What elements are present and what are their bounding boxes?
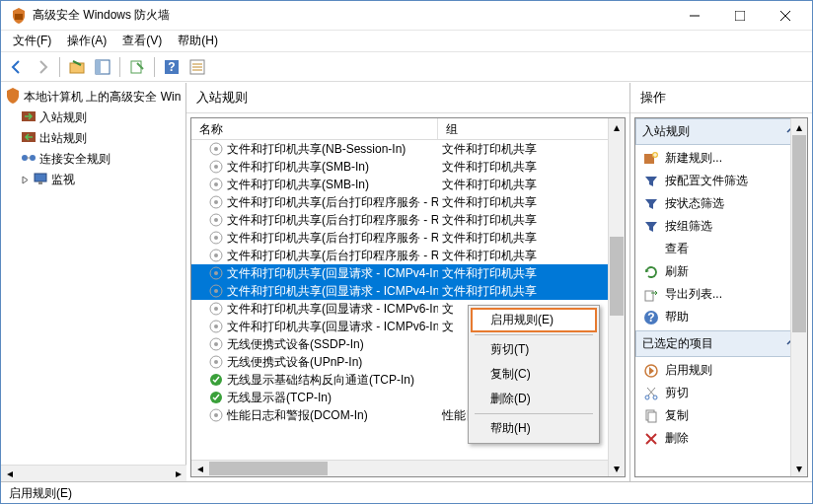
center-hscroll[interactable]: ◂▸ — [191, 460, 625, 476]
scroll-left-icon[interactable]: ◂ — [1, 466, 18, 481]
rule-status-icon — [209, 249, 223, 262]
filter-icon — [643, 174, 659, 189]
tree-hscroll[interactable]: ◂▸ — [1, 465, 186, 481]
ctx-help[interactable]: 帮助(H) — [471, 416, 597, 441]
action-item[interactable]: 复制▸ — [639, 404, 803, 427]
tree-inbound[interactable]: 入站规则 — [3, 108, 184, 128]
rule-status-icon — [209, 195, 223, 209]
svg-rect-8 — [131, 61, 141, 73]
rule-name: 无线便携式设备(SSDP-In) — [227, 336, 364, 353]
svg-point-41 — [214, 307, 218, 311]
rule-name: 无线便携式设备(UPnP-In) — [227, 354, 362, 371]
menu-file[interactable]: 文件(F) — [5, 31, 59, 51]
rule-name: 文件和打印机共享(后台打印程序服务 - R... — [227, 230, 438, 247]
actions-section-selected[interactable]: 已选定的项目 — [635, 330, 807, 357]
action-item[interactable]: 删除▸ — [639, 427, 803, 450]
minimize-button[interactable] — [672, 1, 717, 30]
tool-export[interactable] — [125, 55, 149, 79]
action-label: 刷新 — [665, 263, 689, 280]
help-icon: ? — [643, 310, 659, 325]
action-label: 复制 — [665, 407, 689, 424]
scroll-left-icon[interactable]: ◂ — [191, 461, 208, 476]
rule-status-icon — [209, 391, 223, 404]
back-button[interactable] — [5, 55, 29, 79]
tree-connsec[interactable]: 连接安全规则 — [3, 149, 184, 170]
action-item[interactable]: 启用规则▸ — [639, 359, 803, 382]
svg-point-47 — [214, 360, 218, 364]
action-item[interactable]: 查看▸ — [639, 238, 803, 260]
tool-folder[interactable] — [65, 55, 89, 79]
none-icon — [643, 242, 659, 257]
tree-outbound[interactable]: 出站规则 — [3, 128, 184, 149]
action-item[interactable]: 导出列表...▸ — [639, 283, 803, 306]
vscroll[interactable]: ▴ ▾ — [608, 118, 625, 476]
actions-vscroll[interactable]: ▴▾ — [790, 118, 807, 476]
rule-name: 文件和打印机共享(后台打印程序服务 - R... — [227, 248, 438, 264]
rule-row[interactable]: 文件和打印机共享(SMB-In)文件和打印机共享 — [191, 176, 625, 193]
rule-group: 文件和打印机共享 — [438, 141, 625, 158]
ctx-copy[interactable]: 复制(C) — [471, 362, 597, 387]
action-label: 新建规则... — [665, 150, 722, 167]
hscroll-thumb[interactable] — [209, 462, 328, 475]
connsec-icon — [21, 150, 37, 169]
tool-list[interactable] — [185, 55, 209, 79]
maximize-button[interactable] — [717, 1, 763, 30]
col-name[interactable]: 名称 — [191, 118, 438, 139]
tree-root[interactable]: 本地计算机 上的高级安全 Win — [3, 87, 184, 108]
ctx-cut[interactable]: 剪切(T) — [471, 337, 597, 362]
svg-point-25 — [214, 165, 218, 169]
tool-help[interactable]: ? — [160, 55, 184, 79]
tool-panel[interactable] — [91, 55, 114, 79]
rule-status-icon — [209, 142, 223, 156]
rule-row[interactable]: 文件和打印机共享(后台打印程序服务 - R...文件和打印机共享 — [191, 211, 625, 229]
delete-icon — [643, 431, 659, 447]
action-item[interactable]: 新建规则...▸ — [639, 147, 803, 170]
rule-row[interactable]: 文件和打印机共享(NB-Session-In)文件和打印机共享 — [191, 140, 625, 158]
action-item[interactable]: 按组筛选▸ — [639, 215, 803, 238]
outbound-icon — [21, 129, 37, 148]
scroll-up-icon[interactable]: ▴ — [609, 118, 625, 135]
close-button[interactable] — [763, 1, 808, 30]
shield-icon — [5, 88, 21, 107]
ctx-delete[interactable]: 删除(D) — [471, 387, 597, 411]
rule-row[interactable]: 文件和打印机共享(后台打印程序服务 - R...文件和打印机共享 — [191, 247, 625, 264]
forward-button[interactable] — [31, 55, 54, 79]
export-icon — [643, 287, 659, 303]
rule-group: 文件和打印机共享 — [438, 248, 625, 264]
scroll-down-icon[interactable]: ▾ — [609, 460, 625, 476]
rule-row[interactable]: 文件和打印机共享(SMB-In)文件和打印机共享 — [191, 158, 625, 176]
scroll-thumb[interactable] — [610, 237, 624, 316]
column-headers: 名称 组 — [191, 118, 625, 140]
rule-row[interactable]: 文件和打印机共享(后台打印程序服务 - R...文件和打印机共享 — [191, 193, 625, 211]
action-item[interactable]: 按状态筛选▸ — [639, 192, 803, 215]
rule-row[interactable]: 文件和打印机共享(后台打印程序服务 - R...文件和打印机共享 — [191, 229, 625, 247]
action-item[interactable]: 剪切▸ — [639, 382, 803, 404]
svg-point-39 — [214, 289, 218, 293]
action-label: 导出列表... — [665, 286, 722, 303]
svg-rect-20 — [35, 174, 46, 181]
window-title: 高级安全 Windows 防火墙 — [33, 7, 672, 24]
rule-name: 无线显示基础结构反向通道(TCP-In) — [227, 372, 414, 389]
action-item[interactable]: ?帮助▸ — [639, 306, 803, 328]
rule-status-icon — [209, 373, 223, 387]
menu-view[interactable]: 查看(V) — [114, 31, 170, 51]
expand-icon[interactable] — [21, 176, 30, 184]
status-text: 启用规则(E) — [9, 486, 72, 500]
action-item[interactable]: 按配置文件筛选▸ — [639, 170, 803, 192]
svg-rect-61 — [648, 412, 656, 422]
menu-help[interactable]: 帮助(H) — [170, 31, 226, 51]
status-bar: 启用规则(E) — [1, 481, 812, 503]
col-group[interactable]: 组 — [438, 118, 625, 139]
action-item[interactable]: 刷新▸ — [639, 260, 803, 283]
rule-row[interactable]: 文件和打印机共享(回显请求 - ICMPv4-In)文件和打印机共享 — [191, 264, 625, 282]
actions-pane: 操作 入站规则 新建规则...▸按配置文件筛选▸按状态筛选▸按组筛选▸查看▸刷新… — [630, 83, 812, 481]
svg-text:?: ? — [647, 311, 654, 324]
ctx-enable-rule[interactable]: 启用规则(E) — [471, 308, 597, 332]
actions-section-inbound[interactable]: 入站规则 — [635, 118, 807, 145]
tree-monitor[interactable]: 监视 — [3, 170, 184, 190]
rule-row[interactable]: 文件和打印机共享(回显请求 - ICMPv4-In)文件和打印机共享 — [191, 282, 625, 300]
scroll-right-icon[interactable]: ▸ — [170, 466, 186, 481]
menu-action[interactable]: 操作(A) — [59, 31, 114, 51]
rule-group: 文件和打印机共享 — [438, 177, 625, 193]
rule-status-icon — [209, 408, 223, 422]
